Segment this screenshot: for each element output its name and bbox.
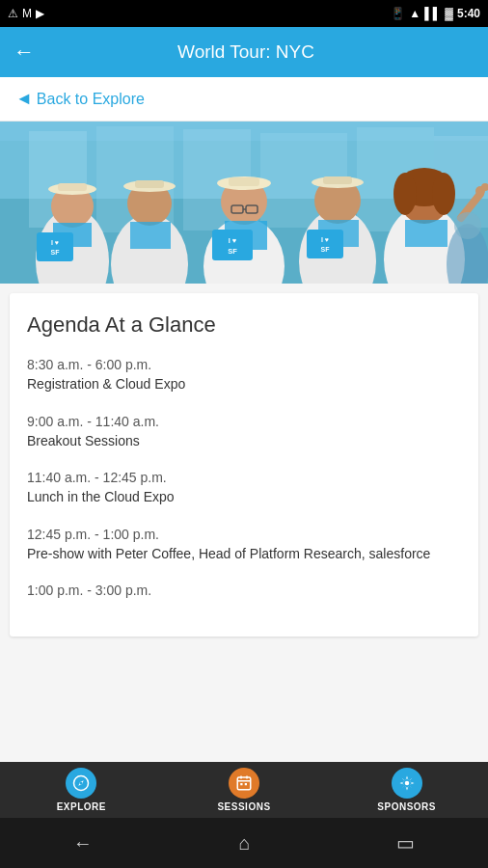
svg-text:SF: SF bbox=[321, 246, 331, 253]
svg-point-45 bbox=[432, 173, 455, 215]
phone-icon: 📱 bbox=[391, 7, 405, 20]
svg-rect-60 bbox=[245, 783, 247, 785]
svg-rect-38 bbox=[307, 230, 343, 258]
sessions-icon-circle bbox=[229, 768, 259, 799]
system-nav: ← ⌂ ▭ bbox=[0, 818, 488, 868]
sponsors-icon-circle bbox=[392, 768, 422, 799]
back-explore-bar: ◄ Back to Explore bbox=[0, 77, 488, 122]
svg-text:SF: SF bbox=[51, 249, 61, 256]
bottom-nav: EXPLORE SESSIONS bbox=[0, 762, 488, 818]
signal-icon: ▌▌ bbox=[424, 7, 441, 20]
svg-rect-30 bbox=[212, 230, 253, 260]
status-icons-right: 📱 ▲ ▌▌ ▓ 5:40 bbox=[391, 7, 480, 20]
agenda-item-5: 1:00 p.m. - 3:00 p.m. bbox=[27, 583, 461, 598]
status-bar: ⚠ M ▶ 📱 ▲ ▌▌ ▓ 5:40 bbox=[0, 0, 488, 27]
agenda-time-3: 11:40 a.m. - 12:45 p.m. bbox=[27, 470, 461, 485]
svg-rect-12 bbox=[58, 183, 87, 191]
warning-icon: ⚠ bbox=[8, 7, 18, 20]
nav-sessions[interactable]: SESSIONS bbox=[163, 762, 326, 818]
status-icons-left: ⚠ M ▶ bbox=[8, 7, 44, 20]
agenda-event-1: Registration & Cloud Expo bbox=[27, 375, 461, 394]
sessions-label: SESSIONS bbox=[217, 801, 270, 812]
agenda-item-4: 12:45 p.m. - 1:00 p.m. Pre-show with Pet… bbox=[27, 527, 461, 564]
agenda-time-5: 1:00 p.m. - 3:00 p.m. bbox=[27, 583, 461, 598]
system-back-button[interactable]: ← bbox=[73, 832, 93, 854]
time-display: 5:40 bbox=[457, 7, 480, 20]
playstore-icon: ▶ bbox=[36, 7, 44, 20]
svg-rect-55 bbox=[237, 777, 251, 790]
agenda-item-2: 9:00 a.m. - 11:40 a.m. Breakout Sessions bbox=[27, 414, 461, 451]
back-explore-label: Back to Explore bbox=[37, 91, 145, 108]
svg-text:I ♥: I ♥ bbox=[229, 236, 237, 245]
agenda-time-4: 12:45 p.m. - 1:00 p.m. bbox=[27, 527, 461, 542]
agenda-event-3: Lunch in the Cloud Expo bbox=[27, 488, 461, 507]
agenda-time-2: 9:00 a.m. - 11:40 a.m. bbox=[27, 414, 461, 429]
svg-text:I ♥: I ♥ bbox=[51, 239, 59, 246]
wifi-icon: ▲ bbox=[409, 7, 420, 20]
gmail-icon: M bbox=[22, 7, 32, 20]
svg-point-54 bbox=[80, 782, 83, 785]
svg-rect-59 bbox=[240, 783, 242, 785]
explore-label: EXPLORE bbox=[57, 801, 106, 812]
svg-point-44 bbox=[393, 173, 417, 215]
system-home-button[interactable]: ⌂ bbox=[238, 832, 250, 854]
svg-text:SF: SF bbox=[228, 247, 237, 256]
system-recent-button[interactable]: ▭ bbox=[396, 831, 415, 854]
svg-rect-21 bbox=[130, 222, 171, 249]
back-explore-arrow-icon: ◄ bbox=[15, 89, 33, 109]
nav-explore[interactable]: EXPLORE bbox=[0, 762, 163, 818]
sponsors-label: SPONSORS bbox=[377, 801, 436, 812]
explore-icon-circle bbox=[66, 768, 96, 799]
agenda-card: Agenda At a Glance 8:30 a.m. - 6:00 p.m.… bbox=[10, 293, 478, 637]
agenda-event-2: Breakout Sessions bbox=[27, 432, 461, 451]
svg-point-51 bbox=[454, 212, 481, 239]
agenda-title: Agenda At a Glance bbox=[27, 312, 461, 338]
svg-point-61 bbox=[404, 781, 409, 786]
svg-rect-25 bbox=[229, 177, 259, 186]
agenda-event-4: Pre-show with Peter Coffee, Head of Plat… bbox=[27, 545, 461, 564]
back-explore-link[interactable]: ◄ Back to Explore bbox=[15, 89, 473, 109]
agenda-time-1: 8:30 a.m. - 6:00 p.m. bbox=[27, 357, 461, 372]
svg-rect-36 bbox=[323, 176, 352, 184]
svg-rect-49 bbox=[405, 220, 447, 247]
nav-sponsors[interactable]: SPONSORS bbox=[325, 762, 488, 818]
svg-rect-14 bbox=[37, 232, 73, 261]
back-button[interactable]: ← bbox=[14, 41, 35, 63]
svg-text:I ♥: I ♥ bbox=[321, 236, 329, 243]
agenda-item-1: 8:30 a.m. - 6:00 p.m. Registration & Clo… bbox=[27, 357, 461, 394]
battery-icon: ▓ bbox=[445, 7, 453, 20]
svg-rect-20 bbox=[135, 180, 164, 188]
content-area: Agenda At a Glance 8:30 a.m. - 6:00 p.m.… bbox=[0, 284, 488, 762]
hero-image: I ♥ SF I ♥ SF I ♥ bbox=[0, 122, 488, 284]
app-bar: ← World Tour: NYC bbox=[0, 27, 488, 77]
agenda-item-3: 11:40 a.m. - 12:45 p.m. Lunch in the Clo… bbox=[27, 470, 461, 507]
app-title: World Tour: NYC bbox=[46, 41, 446, 63]
